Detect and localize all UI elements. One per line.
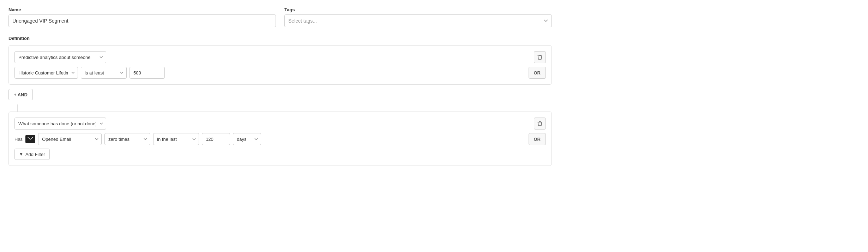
condition-block-1: Predictive analytics about someone Histo… bbox=[8, 45, 552, 85]
condition-2-or-section: OR bbox=[529, 133, 546, 145]
condition-2-timeframe-dropdown[interactable]: in the last bbox=[153, 133, 199, 145]
and-button-row: + AND bbox=[8, 89, 552, 100]
condition-1-type-row: Predictive analytics about someone bbox=[14, 51, 546, 63]
email-icon bbox=[25, 135, 35, 143]
condition-2-type-row: What someone has done (or not done) bbox=[14, 118, 546, 130]
add-filter-button[interactable]: ▼ Add Filter bbox=[14, 149, 50, 160]
and-connector bbox=[17, 104, 18, 112]
condition-block-2: What someone has done (or not done) Has bbox=[8, 112, 552, 166]
tags-select[interactable]: Select tags... bbox=[284, 14, 552, 27]
condition-1-or-section: OR bbox=[529, 67, 546, 79]
name-tags-row: Name Tags Select tags... bbox=[8, 7, 552, 27]
condition-2-time-unit-dropdown[interactable]: days bbox=[233, 133, 261, 145]
name-field-group: Name bbox=[8, 7, 276, 27]
condition-1-or-button[interactable]: OR bbox=[529, 67, 546, 79]
condition-1-type-dropdown[interactable]: Predictive analytics about someone bbox=[14, 51, 106, 63]
tags-label: Tags bbox=[284, 7, 552, 12]
condition-1-operator-dropdown[interactable]: is at least bbox=[81, 67, 127, 79]
add-filter-label: Add Filter bbox=[25, 152, 45, 157]
name-input[interactable] bbox=[8, 14, 276, 27]
page-container: Name Tags Select tags... Definition Pred… bbox=[8, 7, 552, 166]
condition-1-detail-row: Historic Customer Lifetime Value is at l… bbox=[14, 67, 546, 79]
name-label: Name bbox=[8, 7, 276, 12]
condition-2-or-button[interactable]: OR bbox=[529, 133, 546, 145]
has-label: Has bbox=[14, 137, 23, 142]
definition-section: Definition Predictive analytics about so… bbox=[8, 36, 552, 166]
filter-icon: ▼ bbox=[19, 152, 23, 157]
condition-2-delete-button[interactable] bbox=[534, 118, 546, 130]
tags-field-group: Tags Select tags... bbox=[284, 7, 552, 27]
condition-2-has-row: Has Opened Email zero times in the last bbox=[14, 133, 546, 145]
and-button[interactable]: + AND bbox=[8, 89, 33, 100]
condition-1-property-dropdown[interactable]: Historic Customer Lifetime Value bbox=[14, 67, 78, 79]
condition-2-time-value-input[interactable] bbox=[202, 133, 230, 145]
condition-1-delete-button[interactable] bbox=[534, 51, 546, 63]
condition-2-type-dropdown[interactable]: What someone has done (or not done) bbox=[14, 118, 106, 130]
condition-1-actions bbox=[534, 51, 546, 63]
condition-2-frequency-dropdown[interactable]: zero times bbox=[104, 133, 150, 145]
condition-2-actions bbox=[534, 118, 546, 130]
condition-1-value-input[interactable] bbox=[129, 67, 165, 79]
definition-title: Definition bbox=[8, 36, 552, 41]
condition-2-event-dropdown[interactable]: Opened Email bbox=[38, 133, 102, 145]
